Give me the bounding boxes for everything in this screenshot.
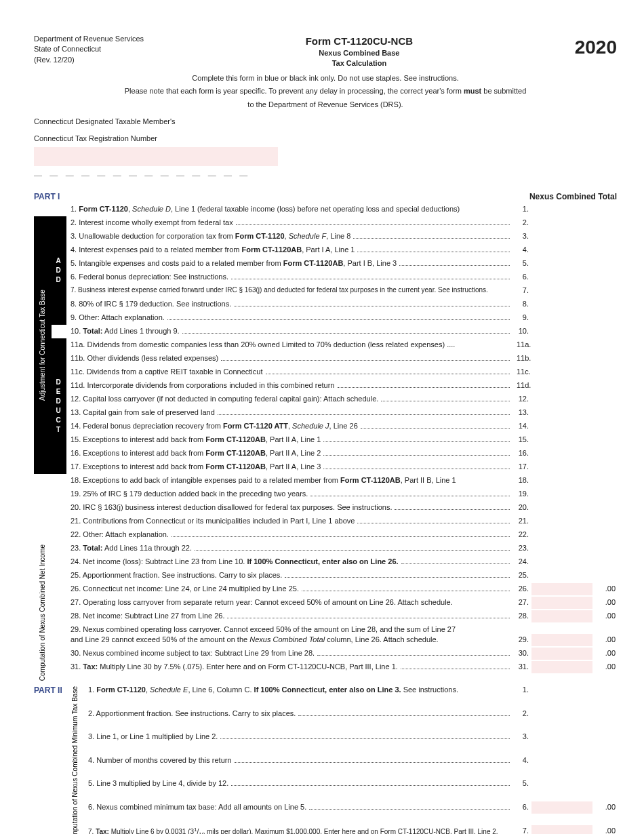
- revision: (Rev. 12/20): [34, 55, 144, 65]
- p1-line11c: 11c. Dividends from a captive REIT taxab…: [66, 365, 514, 379]
- p2-line1: 1. Form CT-1120, Schedule E, Line 6, Col…: [84, 683, 514, 697]
- p1-line31: 31. Tax: Multiply Line 30 by 7.5% (.075)…: [66, 660, 514, 674]
- p1-line11c-num: 11c.: [514, 365, 531, 379]
- member-label-2: Connecticut Tax Registration Number: [34, 134, 617, 144]
- p1-line31-amount[interactable]: [531, 661, 592, 673]
- instr2b: must: [464, 87, 481, 95]
- p1-line11d: 11d. Intercorporate dividends from corpo…: [66, 379, 514, 393]
- p1-line11a: 11a. Dividends from domestic companies l…: [66, 338, 514, 352]
- p1-line8: 8. 80% of IRC § 179 deduction. See instr…: [66, 298, 514, 311]
- p1-line18: 18. Exceptions to add back of intangible…: [66, 474, 514, 488]
- p1-line30: 30. Nexus combined income subject to tax…: [66, 647, 514, 660]
- dept-name: Department of Revenue Services: [34, 34, 144, 44]
- p1-line1: 1. Form CT-1120, Schedule D, Line 1 (fed…: [66, 203, 514, 216]
- form-body: 1. Form CT-1120, Schedule D, Line 1 (fed…: [34, 203, 617, 683]
- reg-dashes: — — — — — — — — — — — — — —: [34, 170, 617, 182]
- p1-line20-num: 20.: [514, 501, 531, 515]
- p1-line18-num: 18.: [514, 474, 531, 488]
- p1-line6-num: 6.: [514, 271, 531, 284]
- p1-line13: 13. Capital gain from sale of preserved …: [66, 406, 514, 420]
- p1-line23-num: 23.: [514, 542, 531, 555]
- p1-line12: 12. Capital loss carryover (if not deduc…: [66, 393, 514, 406]
- form-subtitle-2: Tax Calculation: [144, 58, 575, 68]
- p1-line22-num: 22.: [514, 528, 531, 542]
- form-subtitle-1: Nexus Combined Base: [144, 48, 575, 58]
- p1-line26-amount[interactable]: [531, 583, 592, 595]
- p2-line5-num: 5.: [514, 777, 531, 801]
- part2-body: Computation of Nexus Combined Minimum Ta…: [66, 683, 617, 834]
- p1-line3: 3. Unallowable deduction for corporation…: [66, 230, 514, 243]
- p1-line28-num: 28.: [514, 610, 531, 623]
- p1-line10: 10. Total: Add Lines 1 through 9.: [66, 325, 514, 338]
- p2-line4: 4. Number of months covered by this retu…: [84, 754, 514, 768]
- p1-line11b: 11b. Other dividends (less related expen…: [66, 352, 514, 365]
- registration-number-input[interactable]: [34, 147, 278, 166]
- p1-line30-num: 30.: [514, 647, 531, 660]
- p1-line11d-num: 11d.: [514, 379, 531, 393]
- p1-line28-amount[interactable]: [531, 610, 592, 622]
- p1-line25-num: 25.: [514, 569, 531, 582]
- p1-line10-num: 10.: [514, 325, 531, 338]
- p2-line6-cents: .00: [592, 801, 617, 825]
- p1-line17: 17. Exceptions to interest add back from…: [66, 460, 514, 474]
- p1-line27: 27. Operating loss carryover from separa…: [66, 596, 514, 610]
- p1-line28-cents: .00: [592, 610, 617, 623]
- p1-line26: 26. Connecticut net income: Line 24, or …: [66, 582, 514, 596]
- p2-line3-num: 3.: [514, 730, 531, 754]
- p1-line1-num: 1.: [514, 203, 531, 216]
- instruction-2: Please note that each form is year speci…: [34, 86, 617, 96]
- p1-line26-num: 26.: [514, 582, 531, 596]
- p1-line26-cents: .00: [592, 582, 617, 596]
- side-comp-min: Computation of Nexus Combined Minimum Ta…: [66, 683, 84, 834]
- p1-line31-cents: .00: [592, 660, 617, 674]
- instr2c: be submitted: [481, 87, 526, 95]
- p2-line7: 7. Tax: Multiply Line 6 by 0.0031 (31/10…: [84, 825, 514, 834]
- p1-line19-num: 19.: [514, 488, 531, 501]
- side-deduct: DEDUCT: [52, 338, 66, 474]
- p2-line3: 3. Line 1, or Line 1 multiplied by Line …: [84, 730, 514, 744]
- p1-line29-amount[interactable]: [531, 634, 592, 646]
- member-label-1: Connecticut Designated Taxable Member's: [34, 117, 617, 127]
- side-comp-net: Computation of Nexus Combined Net Income: [34, 542, 52, 683]
- p1-line20: 20. IRC § 163(j) business interest deduc…: [66, 501, 514, 515]
- p1-line21: 21. Contributions from Connecticut or it…: [66, 515, 514, 528]
- p1-line29-cents: .00: [592, 633, 617, 646]
- side-add: ADD: [52, 216, 66, 325]
- p2-line6-num: 6.: [514, 801, 531, 825]
- instr2a: Please note that each form is year speci…: [125, 87, 464, 95]
- p2-line4-num: 4.: [514, 754, 531, 778]
- p1-line28: 28. Net income: Subtract Line 27 from Li…: [66, 610, 514, 623]
- form-header: Department of Revenue Services State of …: [34, 34, 617, 69]
- p1-line31-num: 31.: [514, 660, 531, 674]
- p1-line16: 16. Exceptions to interest add back from…: [66, 447, 514, 460]
- p1-line3-num: 3.: [514, 230, 531, 243]
- part1-header-row: PART I Nexus Combined Total: [34, 191, 617, 203]
- p1-line11a-num: 11a.: [514, 338, 531, 352]
- p1-line14-num: 14.: [514, 420, 531, 433]
- p2-line6: 6. Nexus combined minimum tax base: Add …: [84, 801, 514, 814]
- p1-line27-amount[interactable]: [531, 597, 592, 609]
- p1-line4: 4. Interest expenses paid to a related m…: [66, 243, 514, 257]
- instruction-1: Complete this form in blue or black ink …: [34, 73, 617, 83]
- p1-line7: 7. Business interest expense carried for…: [66, 284, 514, 298]
- form-number: Form CT-1120CU-NCB: [144, 34, 575, 48]
- p1-line13-num: 13.: [514, 406, 531, 420]
- p1-line29: 29. Nexus combined operating loss carryo…: [66, 623, 514, 647]
- p1-line30-cents: .00: [592, 647, 617, 660]
- part2-label: PART II: [34, 683, 66, 696]
- p1-line2: 2. Interest income wholly exempt from fe…: [66, 216, 514, 230]
- p2-line2: 2. Apportionment fraction. See instructi…: [84, 707, 514, 721]
- p1-line27-num: 27.: [514, 596, 531, 610]
- p2-line7-cents: .00: [592, 825, 617, 834]
- p2-line6-amount[interactable]: [531, 801, 592, 814]
- header-center: Form CT-1120CU-NCB Nexus Combined Base T…: [144, 34, 575, 69]
- p1-line9: 9. Other: Attach explanation.: [66, 311, 514, 325]
- p1-line6: 6. Federal bonus depreciation: See instr…: [66, 271, 514, 284]
- state-name: State of Connecticut: [34, 44, 144, 54]
- p2-line7-amount[interactable]: [531, 825, 592, 834]
- p1-line19: 19. 25% of IRC § 179 deduction added bac…: [66, 488, 514, 501]
- p2-line5: 5. Line 3 multiplied by Line 4, divide b…: [84, 777, 514, 791]
- column-header: Nexus Combined Total: [512, 191, 617, 203]
- p1-line30-amount[interactable]: [531, 648, 592, 660]
- p1-line25: 25. Apportionment fraction. See instruct…: [66, 569, 514, 582]
